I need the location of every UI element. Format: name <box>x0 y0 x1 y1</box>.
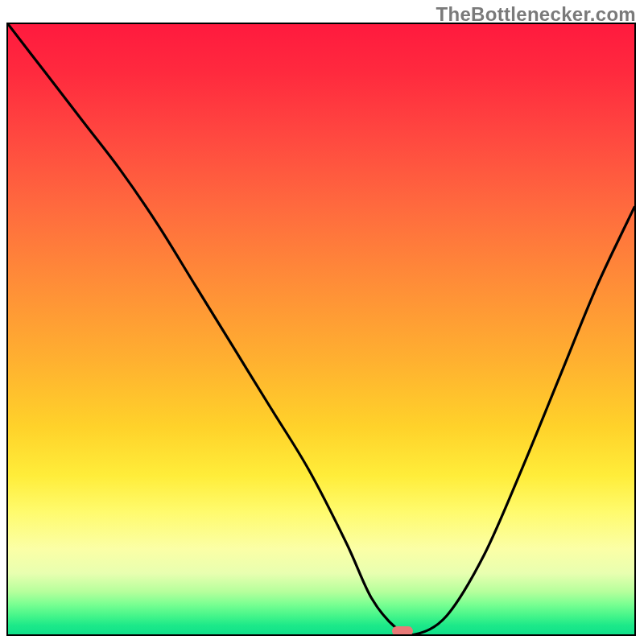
watermark-text: TheBottlenecker.com <box>436 3 636 26</box>
plot-area <box>8 24 634 634</box>
chart-stage: TheBottlenecker.com <box>0 0 644 644</box>
background-gradient <box>8 24 634 634</box>
